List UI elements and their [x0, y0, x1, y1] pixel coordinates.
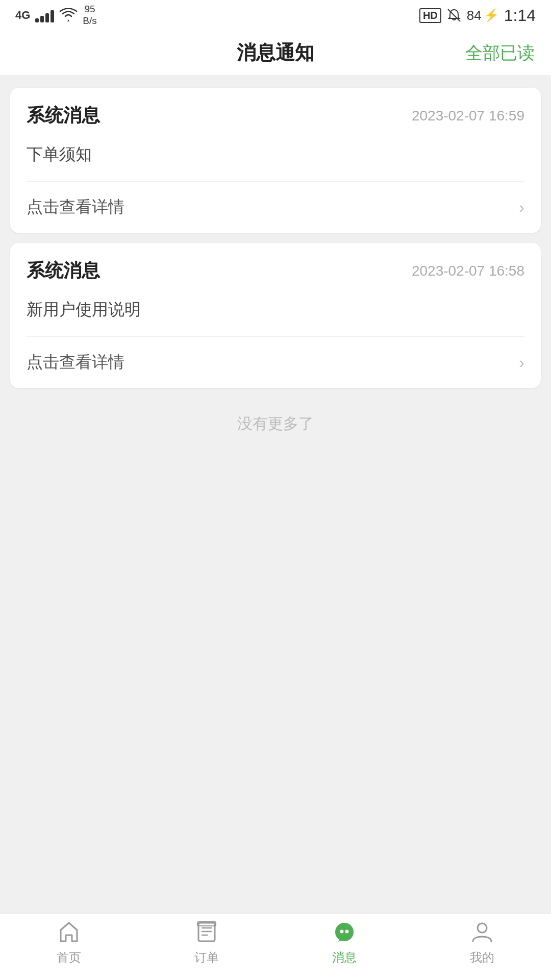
- network-type: 4G: [15, 9, 30, 22]
- card-time-2: 2023-02-07 16:58: [412, 263, 524, 279]
- svg-point-7: [340, 929, 344, 933]
- battery-level: 84: [467, 8, 482, 23]
- notification-card-1: 系统消息 2023-02-07 16:59 下单须知 点击查看详情 ›: [10, 88, 541, 233]
- chevron-right-icon-1: ›: [519, 198, 524, 217]
- mine-icon: [469, 919, 495, 945]
- page-header: 消息通知 全部已读: [0, 31, 551, 76]
- battery-container: 84 ⚡: [467, 8, 499, 23]
- wifi-icon: [59, 8, 78, 22]
- card-link-text-2: 点击查看详情: [27, 351, 124, 374]
- tab-bar: 首页 订单 消息: [0, 914, 551, 980]
- charging-icon: ⚡: [484, 8, 499, 22]
- page-title: 消息通知: [237, 40, 314, 66]
- svg-point-9: [478, 923, 487, 933]
- card-link-1[interactable]: 点击查看详情 ›: [10, 182, 541, 233]
- card-header-1: 系统消息 2023-02-07 16:59: [10, 88, 541, 138]
- status-bar: 4G 95B/s HD 84 ⚡ 1:14: [0, 0, 551, 31]
- no-more-text: 没有更多了: [10, 398, 541, 450]
- status-right: HD 84 ⚡ 1:14: [419, 6, 536, 25]
- clock: 1:14: [504, 6, 536, 25]
- mark-all-read-button[interactable]: 全部已读: [465, 41, 535, 65]
- network-speed: 95B/s: [83, 4, 96, 27]
- svg-point-8: [345, 929, 349, 933]
- chevron-right-icon-2: ›: [519, 353, 524, 372]
- notification-card-2: 系统消息 2023-02-07 16:58 新用户使用说明 点击查看详情 ›: [10, 243, 541, 388]
- card-time-1: 2023-02-07 16:59: [412, 108, 524, 124]
- notification-list: 系统消息 2023-02-07 16:59 下单须知 点击查看详情 › 系统消息…: [0, 76, 551, 462]
- tab-home[interactable]: 首页: [0, 919, 138, 966]
- card-link-2[interactable]: 点击查看详情 ›: [10, 337, 541, 388]
- mute-icon: [446, 8, 462, 23]
- tab-message-label: 消息: [332, 949, 357, 966]
- card-header-2: 系统消息 2023-02-07 16:58: [10, 243, 541, 293]
- card-title-2: 系统消息: [27, 258, 100, 283]
- card-message-1: 下单须知: [10, 138, 541, 181]
- tab-home-label: 首页: [57, 949, 81, 966]
- card-title-1: 系统消息: [27, 103, 100, 128]
- status-left: 4G 95B/s: [15, 4, 97, 27]
- tab-message[interactable]: 消息: [276, 919, 413, 966]
- tab-order-label: 订单: [194, 949, 219, 966]
- message-icon: [331, 919, 358, 945]
- tab-order[interactable]: 订单: [138, 919, 276, 966]
- home-icon: [56, 919, 82, 945]
- card-link-text-1: 点击查看详情: [27, 196, 124, 218]
- tab-mine[interactable]: 我的: [413, 919, 551, 966]
- signal-icon: [35, 8, 54, 22]
- tab-mine-label: 我的: [470, 949, 494, 966]
- card-message-2: 新用户使用说明: [10, 293, 541, 336]
- order-icon: [193, 919, 220, 945]
- hd-badge: HD: [419, 8, 441, 23]
